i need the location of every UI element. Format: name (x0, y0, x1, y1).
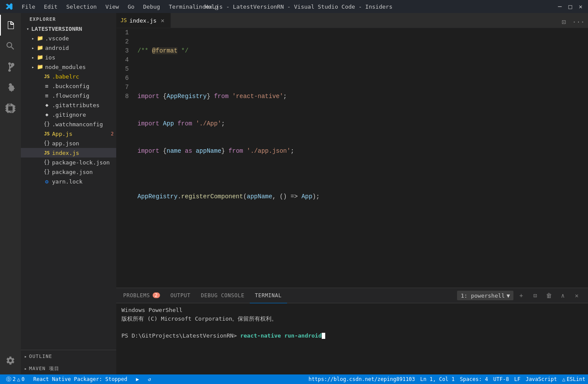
menu-file[interactable]: File (17, 2, 39, 12)
tab-problems[interactable]: PROBLEMS 2 (118, 288, 165, 303)
maven-section-header[interactable]: ▸ MAVEN 项目 (21, 362, 116, 374)
js-file-icon: JS (43, 149, 50, 156)
list-item[interactable]: ▸ 📁 .vscode (21, 33, 116, 43)
file-name-label: node_modules (45, 64, 116, 70)
code-content[interactable]: /** @format */ import {AppRegistry} from… (136, 28, 588, 288)
cursor-position[interactable]: Ln 1, Col 1 (418, 374, 457, 384)
close-button[interactable]: ✕ (578, 3, 584, 10)
list-item[interactable]: ▸ JS App.js 2 (21, 129, 116, 138)
split-editor-button[interactable]: ⊡ (558, 16, 570, 28)
close-panel-button[interactable]: ✕ (571, 289, 583, 302)
folder-arrow-icon: ▸ (29, 55, 36, 60)
terminal-selector[interactable]: 1: powershell ▼ (457, 291, 513, 300)
list-item[interactable]: ▸ ◆ .gitignore (21, 110, 116, 119)
minimize-button[interactable]: ─ (557, 3, 563, 10)
list-item[interactable]: ▸ ⚙ yarn.lock (21, 177, 116, 186)
line-numbers: 1 2 3 4 5 6 7 8 (116, 28, 136, 288)
list-item[interactable]: ▸ 📁 node_modules (21, 62, 116, 72)
outline-arrow-icon: ▸ (24, 354, 27, 359)
list-item[interactable]: ▸ ≡ .flowconfig (21, 91, 116, 100)
outline-section-header[interactable]: ▸ OUTLINE (21, 350, 116, 362)
extensions-activity-icon[interactable] (0, 98, 21, 119)
file-name-label: .babelrc (52, 73, 116, 80)
list-item[interactable]: ▸ {} .watchmanconfig (21, 119, 116, 129)
list-item[interactable]: ▸ 📁 android (21, 43, 116, 53)
error-warning-status[interactable]: ⓪ 2 △ 0 (3, 374, 27, 384)
list-item[interactable]: ▸ JS .babelrc (21, 72, 116, 81)
activity-bar (0, 13, 21, 374)
problems-badge: 2 (153, 292, 160, 298)
split-terminal-button[interactable]: ⊡ (529, 289, 541, 302)
error-count: 2 (13, 376, 16, 382)
csdn-label: https://blog.csdn.net/zeping891103 (308, 376, 415, 382)
status-bar: ⓪ 2 △ 0 React Native Packager: Stopped ▶… (0, 374, 588, 384)
maximize-panel-button[interactable]: ∧ (557, 289, 569, 302)
folder-arrow-icon: ▸ (29, 36, 36, 41)
window-controls: ─ □ ✕ (557, 3, 584, 10)
list-item[interactable]: ▸ ◆ .gitattributes (21, 100, 116, 110)
menu-edit[interactable]: Edit (39, 2, 62, 12)
list-item[interactable]: ▸ JS index.js (21, 148, 116, 158)
indent-status[interactable]: Spaces: 4 (457, 374, 491, 384)
menu-bar: File Edit Selection View Go Debug Termin… (17, 2, 222, 12)
list-item[interactable]: ▸ 📁 ios (21, 53, 116, 62)
list-item[interactable]: ▸ ≡ .buckconfig (21, 81, 116, 91)
git-file-icon: ◆ (43, 111, 50, 118)
file-name-label: package-lock.json (52, 159, 116, 166)
language-status[interactable]: JavaScript (523, 374, 559, 384)
file-name-label: App.js (52, 131, 111, 137)
search-activity-icon[interactable] (0, 36, 21, 56)
tab-close-button[interactable]: ✕ (159, 17, 166, 24)
menu-view[interactable]: View (101, 2, 123, 12)
more-actions-button[interactable]: ··· (572, 16, 585, 28)
folder-icon: 📁 (36, 44, 43, 51)
warning-icon: △ (17, 376, 20, 382)
editor-tab-index-js[interactable]: JS index.js ✕ (116, 13, 171, 28)
file-name-label: .vscode (45, 35, 116, 42)
packager-status[interactable]: React Native Packager: Stopped (31, 374, 130, 384)
encoding-status[interactable]: UTF-8 (491, 374, 512, 384)
tab-terminal[interactable]: TERMINAL (250, 288, 287, 303)
file-name-label: index.js (52, 150, 116, 156)
menu-selection[interactable]: Selection (62, 2, 101, 12)
tab-output[interactable]: OUTPUT (165, 288, 196, 303)
error-badge: 2 (111, 131, 114, 137)
explorer-activity-icon[interactable] (0, 15, 21, 36)
indent-label: Spaces: 4 (460, 376, 488, 382)
new-terminal-button[interactable]: + (515, 289, 527, 302)
maven-arrow-icon: ▸ (24, 366, 27, 371)
eol-status[interactable]: LF (512, 374, 523, 384)
config-file-icon: ≡ (43, 92, 50, 99)
file-tree: ▾ LATESTVERSIONRN ▸ 📁 .vscode ▸ 📁 androi… (21, 24, 116, 350)
list-item[interactable]: ▸ {} package-lock.json (21, 158, 116, 167)
settings-activity-icon[interactable] (0, 350, 21, 371)
problems-label: PROBLEMS (123, 292, 150, 299)
warning-count: 0 (21, 376, 24, 382)
code-editor[interactable]: 1 2 3 4 5 6 7 8 /** @format */ import {A… (116, 28, 588, 288)
root-arrow-icon: ▾ (24, 26, 31, 31)
eslint-status[interactable]: △ ESLint (559, 374, 588, 384)
tree-root[interactable]: ▾ LATESTVERSIONRN (21, 24, 116, 33)
run-icon: ▶ (136, 376, 139, 382)
debug-activity-icon[interactable] (0, 77, 21, 98)
root-name: LATESTVERSIONRN (31, 26, 116, 32)
kill-terminal-button[interactable]: 🗑 (543, 289, 555, 302)
list-item[interactable]: ▸ {} app.json (21, 138, 116, 148)
folder-icon: 📁 (36, 54, 43, 61)
window-title: index.js - LatestVersionRN - Visual Stud… (196, 3, 392, 10)
menu-terminal[interactable]: Terminal (164, 2, 200, 12)
menu-debug[interactable]: Debug (139, 2, 164, 12)
terminal-content[interactable]: Windows PowerShell 版权所有 (C) Microsoft Co… (116, 303, 588, 374)
explorer-header: EXPLORER (21, 13, 116, 24)
tab-bar: JS index.js ✕ ⊡ ··· (116, 13, 588, 28)
source-control-activity-icon[interactable] (0, 56, 21, 77)
run-button[interactable]: ▶ (133, 374, 141, 384)
tab-debug-console[interactable]: DEBUG CONSOLE (196, 288, 249, 303)
menu-go[interactable]: Go (123, 2, 139, 12)
refresh-button[interactable]: ↺ (145, 374, 154, 384)
eol-label: LF (514, 376, 520, 382)
csdn-link[interactable]: https://blog.csdn.net/zeping891103 (306, 374, 418, 384)
maximize-button[interactable]: □ (567, 3, 573, 10)
refresh-icon: ↺ (148, 376, 151, 382)
list-item[interactable]: ▸ {} package.json (21, 167, 116, 177)
